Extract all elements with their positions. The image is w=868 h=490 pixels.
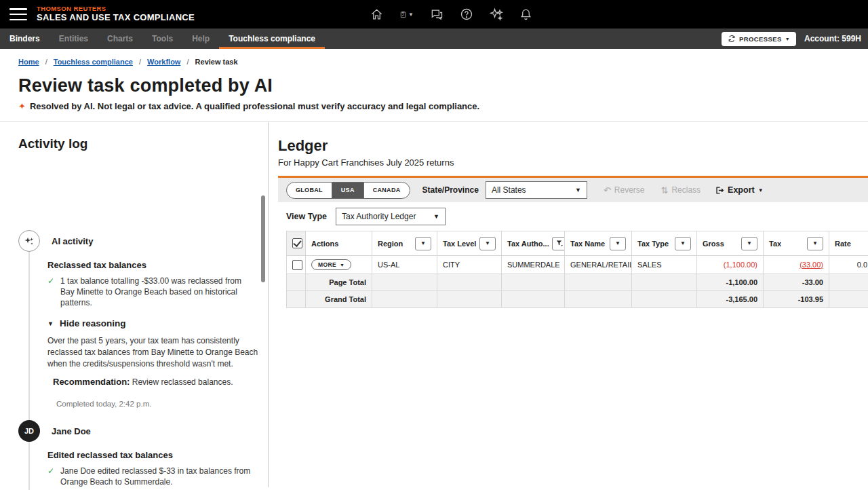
activity-check-item: ✓ 1 tax balance totalling -$33.00 was re… — [47, 276, 251, 308]
nav-item-charts: Charts — [98, 29, 142, 49]
activity-check-text: 1 tax balance totalling -$33.00 was recl… — [60, 276, 251, 308]
tax-type-filter-button[interactable]: ▼ — [675, 237, 691, 250]
breadcrumb-home[interactable]: Home — [18, 58, 39, 66]
funnel-filter-icon — [556, 240, 564, 247]
ledger-panel: GLOBAL USA CANADA State/Province All Sta… — [278, 176, 868, 308]
hide-reasoning-toggle[interactable]: ▼ Hide reasoning — [47, 318, 250, 328]
nav-item-help: Help — [182, 29, 219, 49]
check-icon: ✓ — [47, 276, 54, 308]
top-app-bar: THOMSON REUTERS SALES AND USE TAX COMPLI… — [0, 0, 868, 29]
grand-total-tax: -103.95 — [764, 291, 829, 308]
nav-item-tools: Tools — [142, 29, 182, 49]
sparkle-icon: ✦ — [18, 101, 26, 111]
app-title: SALES AND USE TAX COMPLIANCE — [37, 13, 195, 23]
ledger-data-row: MORE ▼ US-AL CITY SUMMERDALE GENERAL/RET… — [287, 256, 868, 274]
tax-level-filter-button[interactable]: ▼ — [479, 237, 496, 250]
col-tax-authority: Tax Autho... — [507, 240, 549, 248]
reasoning-text: Over the past 5 years, your tax team has… — [47, 335, 263, 369]
gross-filter-button[interactable]: ▼ — [741, 237, 757, 250]
row-checkbox[interactable] — [292, 260, 302, 270]
page-total-label: Page Total — [306, 274, 372, 291]
export-icon — [715, 186, 724, 195]
breadcrumb-touchless-compliance[interactable]: Touchless compliance — [54, 58, 133, 66]
processes-button[interactable]: PROCESSES ▼ — [722, 32, 796, 46]
ledger-toolbar: GLOBAL USA CANADA State/Province All Sta… — [278, 178, 868, 202]
actor-name: Jane Doe — [52, 426, 91, 436]
activity-item-heading: Edited reclassed tax balances — [47, 450, 250, 460]
account-label: Account: 599H — [804, 34, 861, 43]
state-province-select[interactable]: All States ▼ — [486, 181, 587, 199]
activity-log-scrollbar[interactable] — [261, 195, 265, 282]
activity-check-text: Jane Doe edited reclassed $-33 in tax ba… — [60, 466, 251, 488]
view-type-select[interactable]: Tax Authority Ledger ▼ — [336, 208, 446, 225]
nav-item-binders[interactable]: Binders — [0, 29, 50, 49]
chat-icon[interactable] — [429, 7, 443, 22]
cell-gross: (1,100.00) — [697, 256, 764, 274]
cell-tax-authority: SUMMERDALE — [502, 256, 565, 274]
grand-total-gross: -3,165.00 — [697, 291, 764, 308]
ledger-subtitle: For Happy Cart Franchises July 2025 retu… — [278, 157, 868, 168]
page-title: Review task completed by AI — [0, 66, 868, 96]
ai-disclaimer: ✦ Resolved by AI. Not legal or tax advic… — [0, 96, 868, 111]
chevron-down-icon: ▼ — [433, 213, 439, 220]
cell-region: US-AL — [372, 256, 437, 274]
activity-item-heading: Reclassed tax balances — [47, 260, 250, 270]
view-type-label: View Type — [286, 212, 327, 221]
reclass-button: ⇅ Reclass — [660, 185, 701, 195]
cell-tax-name: GENERAL/RETAIL — [565, 256, 632, 274]
region-tab-group: GLOBAL USA CANADA — [286, 182, 410, 199]
select-all-checkbox[interactable] — [292, 238, 302, 248]
home-icon[interactable] — [370, 7, 384, 22]
col-actions: Actions — [311, 240, 338, 248]
more-actions-button[interactable]: MORE ▼ — [311, 259, 351, 270]
nav-item-touchless-compliance[interactable]: Touchless compliance — [219, 29, 325, 49]
ledger-table: Actions Region ▼ Tax Level ▼ Tax Autho..… — [286, 231, 868, 308]
tab-canada[interactable]: CANADA — [363, 183, 410, 198]
chevron-down-icon: ▼ — [408, 12, 414, 18]
tax-name-filter-button[interactable]: ▼ — [610, 237, 626, 250]
tax-filter-button[interactable]: ▼ — [807, 237, 823, 250]
breadcrumb-current: Review task — [195, 58, 238, 66]
recommendation: Recommendation: Review reclassed balance… — [53, 377, 250, 387]
activity-log-title: Activity log — [18, 136, 250, 151]
ai-sparkle-icon[interactable] — [489, 7, 503, 22]
export-button[interactable]: Export ▼ — [715, 185, 764, 195]
chevron-down-icon: ▼ — [758, 187, 764, 193]
reverse-icon: ↶ — [604, 185, 611, 195]
view-type-row: View Type Tax Authority Ledger ▼ — [278, 202, 868, 231]
chevron-down-icon: ▼ — [575, 187, 581, 193]
triangle-down-icon: ▼ — [47, 320, 54, 327]
col-tax-type: Tax Type — [637, 240, 669, 248]
table-header-row: Actions Region ▼ Tax Level ▼ Tax Autho..… — [287, 231, 868, 256]
tax-authority-filter-button[interactable] — [552, 237, 565, 250]
grand-total-row: Grand Total -3,165.00 -103.95 — [287, 291, 868, 308]
avatar: JD — [18, 420, 40, 442]
main-nav: Binders Entities Charts Tools Help Touch… — [0, 29, 868, 49]
tab-usa[interactable]: USA — [332, 183, 363, 198]
reverse-button: ↶ Reverse — [604, 185, 645, 195]
grand-total-label: Grand Total — [306, 291, 372, 308]
breadcrumb-workflow[interactable]: Workflow — [147, 58, 180, 66]
activity-log-pane: Activity log AI activity Reclassed tax b… — [0, 122, 269, 487]
tab-global[interactable]: GLOBAL — [287, 183, 332, 198]
help-icon[interactable] — [459, 7, 473, 22]
timestamp: Completed today, 2:42 p.m. — [56, 400, 250, 408]
ledger-pane: Ledger For Happy Cart Franchises July 20… — [269, 122, 868, 487]
cell-tax-type: SALES — [632, 256, 697, 274]
check-icon: ✓ — [47, 466, 54, 488]
breadcrumb: Home / Touchless compliance / Workflow /… — [0, 49, 868, 66]
col-gross: Gross — [703, 240, 724, 248]
region-filter-button[interactable]: ▼ — [415, 237, 431, 250]
notifications-bell-icon[interactable] — [519, 7, 533, 22]
page-total-row: Page Total -1,100.00 -33.00 — [287, 274, 868, 291]
reclass-icon: ⇅ — [660, 185, 668, 195]
col-rate: Rate — [835, 240, 851, 248]
tasks-clipboard-icon[interactable]: ▼ — [399, 7, 414, 22]
ai-sparkle-avatar-icon — [18, 230, 40, 252]
cell-tax-link[interactable]: (33.00) — [764, 256, 829, 274]
activity-check-item: ✓ Jane Doe edited reclassed $-33 in tax … — [47, 466, 251, 488]
topbar-icon-row: ▼ — [370, 0, 533, 29]
chevron-down-icon: ▼ — [785, 37, 790, 41]
col-tax-name: Tax Name — [570, 240, 605, 248]
hamburger-menu-icon[interactable] — [9, 8, 27, 20]
